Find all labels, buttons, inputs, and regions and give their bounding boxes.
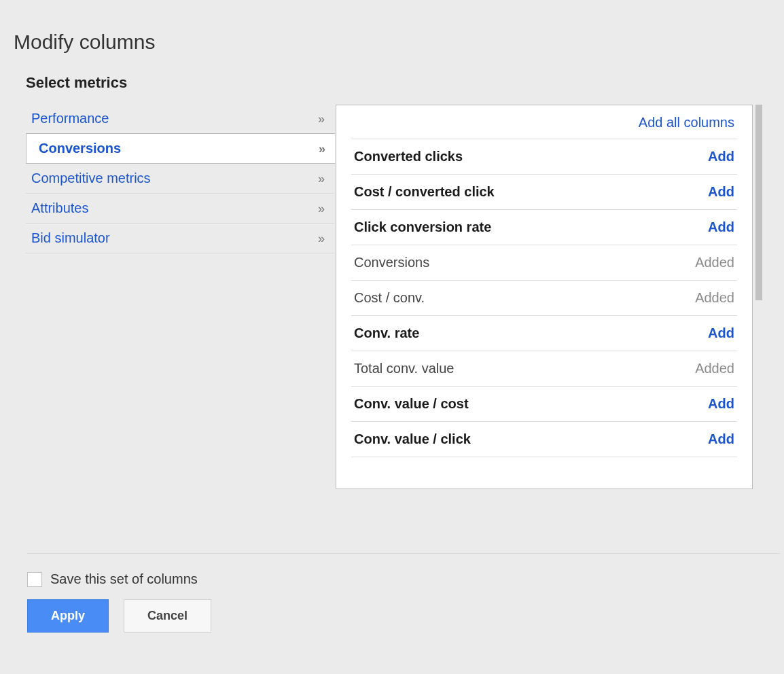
metric-label: Converted clicks	[354, 149, 463, 164]
apply-button[interactable]: Apply	[27, 599, 109, 633]
chevron-right-icon: »	[318, 202, 322, 215]
metric-row-cost-converted-click: Cost / converted click Add	[351, 174, 737, 209]
add-all-columns-link[interactable]: Add all columns	[639, 115, 734, 130]
scrollbar-thumb[interactable]	[755, 105, 762, 300]
save-columns-label: Save this set of columns	[50, 571, 198, 587]
chevron-right-icon: »	[319, 143, 323, 155]
category-label: Performance	[29, 111, 109, 126]
metric-label: Conv. value / click	[354, 431, 471, 447]
footer-area: Save this set of columns Apply Cancel	[27, 553, 770, 633]
metric-row-converted-clicks: Converted clicks Add	[351, 139, 737, 174]
chevron-right-icon: »	[318, 232, 322, 245]
category-bid-simulator[interactable]: Bid simulator »	[26, 224, 334, 253]
metric-add-button[interactable]: Add	[708, 184, 734, 200]
category-competitive-metrics[interactable]: Competitive metrics »	[26, 164, 334, 194]
save-columns-checkbox[interactable]	[27, 572, 42, 587]
metric-label: Conversions	[354, 255, 429, 270]
chevron-right-icon: »	[318, 113, 322, 125]
category-list: Performance » Conversions » Competitive …	[26, 104, 334, 253]
metric-label: Conv. value / cost	[354, 396, 469, 412]
metric-add-button[interactable]: Add	[708, 396, 734, 412]
metric-row-conv-value-click: Conv. value / click Add	[351, 421, 737, 457]
save-columns-row: Save this set of columns	[27, 571, 770, 587]
chevron-right-icon: »	[318, 173, 322, 185]
metrics-panel: Add all columns Converted clicks Add Cos…	[336, 105, 753, 489]
modify-columns-panel: Modify columns Select metrics Performanc…	[0, 0, 784, 646]
category-label: Conversions	[36, 141, 121, 156]
page-title: Modify columns	[14, 31, 770, 54]
metric-added-badge: Added	[695, 361, 734, 376]
metric-add-button[interactable]: Add	[708, 325, 734, 341]
metric-row-conv-value-cost: Conv. value / cost Add	[351, 386, 737, 421]
section-title: Select metrics	[26, 74, 770, 92]
category-attributes[interactable]: Attributes »	[26, 194, 334, 224]
category-label: Bid simulator	[29, 230, 110, 246]
category-performance[interactable]: Performance »	[26, 104, 334, 134]
divider	[27, 553, 780, 554]
metric-label: Total conv. value	[354, 361, 455, 376]
metric-add-button[interactable]: Add	[708, 149, 734, 164]
metric-row-click-conversion-rate: Click conversion rate Add	[351, 209, 737, 245]
metric-label: Cost / conv.	[354, 290, 425, 306]
button-row: Apply Cancel	[27, 599, 770, 633]
metric-label: Click conversion rate	[354, 219, 491, 235]
metric-row-conv-rate: Conv. rate Add	[351, 315, 737, 351]
metric-add-button[interactable]: Add	[708, 431, 734, 447]
metric-added-badge: Added	[695, 290, 734, 306]
metric-label: Cost / converted click	[354, 184, 495, 200]
metric-added-badge: Added	[695, 255, 734, 270]
category-label: Competitive metrics	[29, 171, 151, 186]
metric-add-button[interactable]: Add	[708, 219, 734, 235]
metric-row-cost-conv: Cost / conv. Added	[351, 280, 737, 315]
category-label: Attributes	[29, 200, 88, 216]
metric-row-conversions: Conversions Added	[351, 245, 737, 280]
category-conversions[interactable]: Conversions »	[26, 133, 335, 164]
metrics-panel-wrap: Add all columns Converted clicks Add Cos…	[336, 104, 753, 489]
metric-row-total-conv-value: Total conv. value Added	[351, 351, 737, 386]
columns-layout: Performance » Conversions » Competitive …	[26, 104, 770, 489]
cancel-button[interactable]: Cancel	[124, 599, 211, 633]
add-all-columns-row: Add all columns	[351, 105, 737, 139]
metric-label: Conv. rate	[354, 325, 419, 341]
